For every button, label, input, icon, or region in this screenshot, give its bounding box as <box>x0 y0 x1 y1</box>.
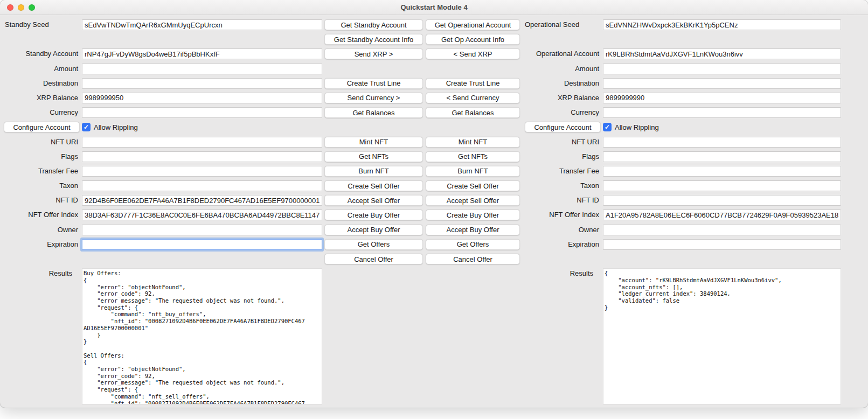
standby-accept-buy-offer-button[interactable]: Accept Buy Offer <box>324 225 423 235</box>
operational-labels-column: Operational Seed Operational Account Amo… <box>520 19 601 279</box>
operational-allow-rippling-row: ✓ Allow Rippling <box>603 122 841 132</box>
operational-seed-label: Operational Seed <box>520 19 601 30</box>
standby-results-label: Results <box>0 268 80 279</box>
operational-get-nfts-button[interactable]: Get NFTs <box>426 151 520 162</box>
standby-results-textarea[interactable]: Buy Offers: { "error": "objectNotFound",… <box>82 268 322 404</box>
operational-nft-offer-index-input[interactable] <box>603 210 841 220</box>
standby-currency-input[interactable] <box>82 107 322 118</box>
standby-currency-label: Currency <box>0 107 80 118</box>
operational-nft-uri-input[interactable] <box>603 137 841 148</box>
operational-flags-label: Flags <box>520 151 601 162</box>
close-button[interactable] <box>7 4 13 11</box>
operational-allow-rippling-checkbox[interactable]: ✓ <box>603 123 612 131</box>
operational-nft-id-label: NFT ID <box>520 195 601 206</box>
operational-currency-input[interactable] <box>603 107 841 118</box>
standby-flags-input[interactable] <box>82 151 322 162</box>
get-standby-account-info-button[interactable]: Get Standby Account Info <box>324 34 423 45</box>
standby-owner-input[interactable] <box>82 225 322 235</box>
standby-destination-label: Destination <box>0 78 80 89</box>
get-operational-account-button[interactable]: Get Operational Account <box>426 19 520 30</box>
operational-create-buy-offer-button[interactable]: Create Buy Offer <box>426 210 520 220</box>
standby-nft-id-input[interactable] <box>82 195 322 206</box>
standby-destination-input[interactable] <box>82 78 322 89</box>
operational-allow-rippling-label: Allow Rippling <box>615 123 659 131</box>
standby-flags-label: Flags <box>0 151 80 162</box>
standby-mint-nft-button[interactable]: Mint NFT <box>324 137 423 148</box>
standby-expiration-input[interactable] <box>82 239 322 250</box>
window-title: Quickstart Module 4 <box>400 3 467 11</box>
standby-send-currency-button[interactable]: Send Currency > <box>324 93 423 103</box>
operational-account-label: Operational Account <box>520 48 601 59</box>
standby-create-trust-line-button[interactable]: Create Trust Line <box>324 78 423 89</box>
operational-expiration-input[interactable] <box>603 239 841 250</box>
operational-taxon-label: Taxon <box>520 180 601 191</box>
operational-burn-nft-button[interactable]: Burn NFT <box>426 166 520 177</box>
operational-taxon-input[interactable] <box>603 180 841 191</box>
operational-nft-id-input[interactable] <box>603 195 841 206</box>
operational-transfer-fee-input[interactable] <box>603 166 841 177</box>
standby-inputs-column: ✓ Allow Rippling Buy Offers: { "error": … <box>82 19 322 404</box>
standby-burn-nft-button[interactable]: Burn NFT <box>324 166 423 177</box>
standby-create-sell-offer-button[interactable]: Create Sell Offer <box>324 180 423 191</box>
operational-send-xrp-button[interactable]: < Send XRP <box>426 48 520 59</box>
operational-results-textarea[interactable]: { "account": "rK9LBRhStdmtAaVdJXGVF1LnKW… <box>603 268 841 404</box>
get-standby-account-button[interactable]: Get Standby Account <box>324 19 423 30</box>
operational-amount-label: Amount <box>520 64 601 74</box>
standby-nft-offer-index-input[interactable] <box>82 210 322 220</box>
operational-buttons-column: Get Operational Account Get Op Account I… <box>426 19 520 268</box>
standby-amount-label: Amount <box>0 64 80 74</box>
standby-allow-rippling-checkbox[interactable]: ✓ <box>82 123 91 131</box>
operational-results-label: Results <box>520 268 601 279</box>
operational-get-offers-button[interactable]: Get Offers <box>426 239 520 250</box>
standby-nft-id-label: NFT ID <box>0 195 80 206</box>
operational-create-trust-line-button[interactable]: Create Trust Line <box>426 78 520 89</box>
minimize-button[interactable] <box>18 4 24 11</box>
standby-send-xrp-button[interactable]: Send XRP > <box>324 48 423 59</box>
operational-get-balances-button[interactable]: Get Balances <box>426 107 520 118</box>
operational-inputs-column: ✓ Allow Rippling { "account": "rK9LBRhSt… <box>603 19 841 404</box>
standby-amount-input[interactable] <box>82 64 322 74</box>
operational-owner-input[interactable] <box>603 225 841 235</box>
title-bar: Quickstart Module 4 <box>0 0 868 15</box>
operational-mint-nft-button[interactable]: Mint NFT <box>426 137 520 148</box>
operational-create-sell-offer-button[interactable]: Create Sell Offer <box>426 180 520 191</box>
standby-expiration-label: Expiration <box>0 239 80 250</box>
get-op-account-info-button[interactable]: Get Op Account Info <box>426 34 520 45</box>
operational-accept-buy-offer-button[interactable]: Accept Buy Offer <box>426 225 520 235</box>
operational-expiration-label: Expiration <box>520 239 601 250</box>
standby-account-input[interactable] <box>82 48 322 59</box>
app-window: Quickstart Module 4 Standby Seed Standby… <box>0 0 868 408</box>
operational-currency-label: Currency <box>520 107 601 118</box>
standby-transfer-fee-label: Transfer Fee <box>0 166 80 177</box>
standby-buttons-column: Get Standby Account Get Standby Account … <box>324 19 423 268</box>
operational-flags-input[interactable] <box>603 151 841 162</box>
checkmark-icon: ✓ <box>605 123 610 131</box>
standby-allow-rippling-label: Allow Rippling <box>94 123 138 131</box>
standby-taxon-input[interactable] <box>82 180 322 191</box>
operational-configure-account-button[interactable]: Configure Account <box>525 122 601 132</box>
operational-account-input[interactable] <box>603 48 841 59</box>
operational-amount-input[interactable] <box>603 64 841 74</box>
standby-get-nfts-button[interactable]: Get NFTs <box>324 151 423 162</box>
zoom-button[interactable] <box>29 4 35 11</box>
standby-get-offers-button[interactable]: Get Offers <box>324 239 423 250</box>
standby-xrp-balance-label: XRP Balance <box>0 93 80 103</box>
operational-xrp-balance-input[interactable] <box>603 93 841 103</box>
standby-taxon-label: Taxon <box>0 180 80 191</box>
operational-destination-input[interactable] <box>603 78 841 89</box>
standby-create-buy-offer-button[interactable]: Create Buy Offer <box>324 210 423 220</box>
traffic-lights <box>7 4 35 11</box>
standby-nft-uri-input[interactable] <box>82 137 322 148</box>
standby-get-balances-button[interactable]: Get Balances <box>324 107 423 118</box>
standby-seed-input[interactable] <box>82 19 322 30</box>
operational-accept-sell-offer-button[interactable]: Accept Sell Offer <box>426 195 520 206</box>
standby-accept-sell-offer-button[interactable]: Accept Sell Offer <box>324 195 423 206</box>
standby-transfer-fee-input[interactable] <box>82 166 322 177</box>
standby-xrp-balance-input[interactable] <box>82 93 322 103</box>
operational-nft-uri-label: NFT URI <box>520 137 601 148</box>
standby-configure-account-button[interactable]: Configure Account <box>4 122 80 132</box>
operational-send-currency-button[interactable]: < Send Currency <box>426 93 520 103</box>
operational-seed-input[interactable] <box>603 19 841 30</box>
operational-cancel-offer-button[interactable]: Cancel Offer <box>426 254 520 264</box>
standby-cancel-offer-button[interactable]: Cancel Offer <box>324 254 423 264</box>
